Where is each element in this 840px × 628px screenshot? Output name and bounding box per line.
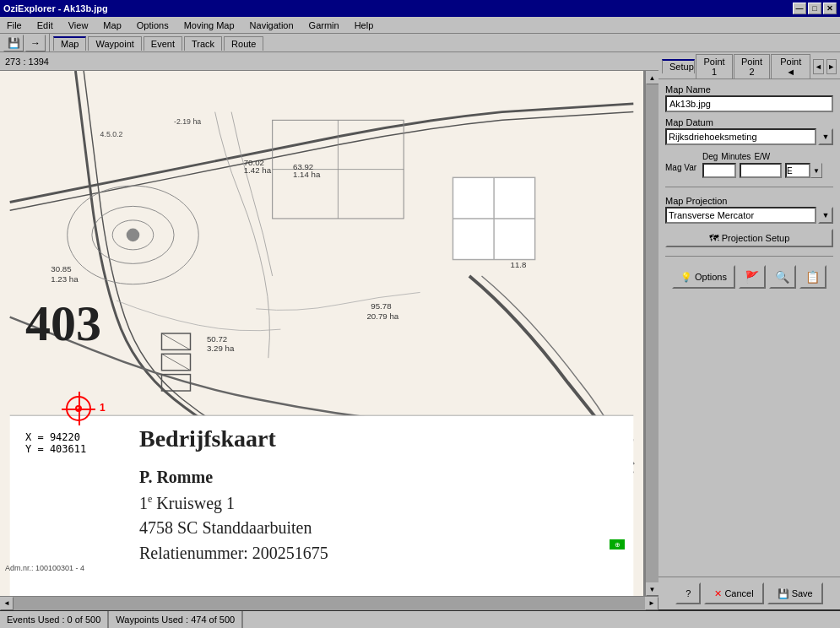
toolbar-save-btn[interactable]: 💾 (3, 35, 24, 51)
panel-tabs: Setup Point 1 Point 2 Point ◄ ◄ ► (658, 52, 840, 79)
lightbulb-icon: 💡 (680, 272, 692, 283)
map-datum-label: Map Datum (665, 117, 833, 127)
tab-track[interactable]: Track (184, 36, 222, 51)
menu-view[interactable]: View (65, 19, 92, 32)
mag-var-minutes-input[interactable] (740, 163, 782, 178)
map-datum-section: Map Datum Rijksdriehoeksmeting ▼ (665, 117, 833, 145)
map-vscrollbar: ▲ ▼ (645, 71, 658, 596)
tab-point1[interactable]: Point 1 (696, 54, 732, 78)
map-number-403: 403 (25, 295, 101, 353)
green-marker: ⊕ (610, 539, 625, 550)
titlebar: OziExplorer - Ak13b.jpg — □ ✕ (0, 0, 840, 17)
mag-var-ew-select[interactable]: E W (785, 163, 810, 178)
svg-text:20.79 ha: 20.79 ha (366, 311, 398, 321)
svg-text:95.78: 95.78 (371, 301, 391, 311)
right-panel: Setup Point 1 Point 2 Point ◄ ◄ ► Map Na… (658, 52, 840, 609)
map-line3: 4758 SC Standdaarbuiten (139, 518, 312, 538)
mag-var-label: Mag Var (665, 163, 699, 172)
cancel-x-icon: ✕ (714, 588, 722, 599)
options-button[interactable]: 💡 Options (672, 265, 735, 289)
map-name-section: Map Name (665, 84, 833, 112)
ew-dropdown-arrow[interactable]: ▼ (810, 163, 822, 178)
projection-setup-button[interactable]: 🗺 Projection Setup (665, 229, 833, 247)
tab-point2[interactable]: Point 2 (734, 54, 770, 78)
close-button[interactable]: ✕ (823, 3, 837, 14)
statusbar: Events Used : 0 of 500 Waypoints Used : … (0, 609, 840, 628)
help-button[interactable]: ? (675, 582, 701, 604)
svg-text:1.23 ha: 1.23 ha (51, 274, 79, 284)
coordinates-display: 273 : 1394 (5, 57, 49, 67)
map-projection-select[interactable]: Transverse Mercator (665, 207, 816, 224)
hscroll-track[interactable] (14, 597, 645, 610)
tab-route[interactable]: Route (224, 36, 263, 51)
help-label: ? (686, 588, 691, 598)
window-title: OziExplorer - Ak13b.jpg (3, 3, 108, 14)
save-label: Save (792, 588, 813, 598)
save-disk-icon: 💾 (778, 588, 789, 599)
hscroll-left-btn[interactable]: ◄ (0, 597, 14, 610)
svg-text:3.29 ha: 3.29 ha (207, 344, 235, 353)
menu-options[interactable]: Options (133, 19, 172, 32)
menu-moving-map[interactable]: Moving Map (181, 19, 238, 32)
window-controls: — □ ✕ (793, 3, 837, 14)
separator2 (665, 256, 833, 257)
projsetup-icon: 🗺 (709, 233, 718, 243)
tab-nav-next[interactable]: ► (826, 59, 837, 74)
svg-point-4 (127, 229, 140, 242)
ew-label: E/W (754, 152, 770, 161)
minutes-label: Minutes (721, 152, 751, 161)
menu-help[interactable]: Help (351, 19, 377, 32)
svg-text:1.14 ha: 1.14 ha (293, 170, 321, 179)
tab-event[interactable]: Event (144, 36, 182, 51)
hscroll-right-btn[interactable]: ► (645, 597, 658, 610)
scroll-up-btn[interactable]: ▲ (646, 71, 659, 84)
map-coords-x: X = 94220 Y = 403611 (25, 431, 86, 455)
copy-button[interactable]: 📋 (799, 265, 826, 289)
tab-waypoint[interactable]: Waypoint (88, 36, 141, 51)
svg-text:-2.19 ha: -2.19 ha (174, 117, 201, 126)
cancel-button[interactable]: ✕ Cancel (704, 582, 763, 604)
target-inner (75, 405, 82, 412)
mag-var-deg-input[interactable] (702, 163, 736, 178)
toolbar-arrow-btn[interactable]: → (25, 35, 46, 51)
menu-map[interactable]: Map (100, 19, 124, 32)
save-button[interactable]: 💾 Save (767, 582, 823, 604)
map-line1: P. Romme (139, 468, 213, 487)
map-name-input[interactable] (665, 95, 833, 112)
tab-point-more[interactable]: Point ◄ (771, 54, 810, 78)
search-button[interactable]: 🔍 (769, 265, 796, 289)
map-area[interactable]: 70.02 1.42 ha 63.92 1.14 ha 30.85 1.23 h… (0, 71, 645, 596)
mag-var-section: Deg Minutes E/W Mag Var E (665, 150, 833, 178)
menu-garmin[interactable]: Garmin (306, 19, 343, 32)
map-bottom-note: Adm.nr.: 100100301 - 4 (5, 564, 84, 572)
tab-nav-prev[interactable]: ◄ (813, 59, 823, 74)
scroll-down-btn[interactable]: ▼ (646, 582, 659, 596)
map-datum-select[interactable]: Rijksdriehoeksmeting (665, 128, 816, 145)
scroll-track[interactable] (646, 84, 659, 582)
separator1 (665, 187, 833, 187)
flag-button[interactable]: 🚩 (739, 265, 766, 289)
map-datum-arrow[interactable]: ▼ (818, 128, 833, 145)
map-projection-section: Map Projection Transverse Mercator ▼ (665, 196, 833, 224)
map-line2: 1e Kruisweg 1 (139, 493, 235, 513)
svg-text:11.8: 11.8 (511, 260, 527, 269)
menu-navigation[interactable]: Navigation (247, 19, 297, 32)
map-title: Bedrijfskaart (139, 425, 276, 452)
mag-var-inputs-row: Mag Var E W ▼ (665, 163, 833, 178)
status-waypoints: Waypoints Used : 474 of 500 (109, 611, 243, 628)
tab-map[interactable]: Map (53, 36, 86, 51)
menu-file[interactable]: File (3, 19, 25, 32)
map-line4: Relatienummer: 200251675 (139, 544, 328, 563)
map-datum-container: Rijksdriehoeksmeting ▼ (665, 128, 833, 145)
status-events: Events Used : 0 of 500 (0, 611, 109, 628)
map-projection-arrow[interactable]: ▼ (818, 207, 833, 224)
minimize-button[interactable]: — (793, 3, 806, 14)
menu-edit[interactable]: Edit (34, 19, 57, 32)
map-hscrollbar: ◄ ► (0, 596, 658, 609)
tab-setup[interactable]: Setup (662, 59, 695, 73)
svg-rect-29 (10, 415, 634, 596)
search-icon: 🔍 (775, 270, 789, 284)
maximize-button[interactable]: □ (808, 3, 821, 14)
target-label: 1 (100, 402, 106, 414)
deg-label: Deg (702, 152, 718, 161)
